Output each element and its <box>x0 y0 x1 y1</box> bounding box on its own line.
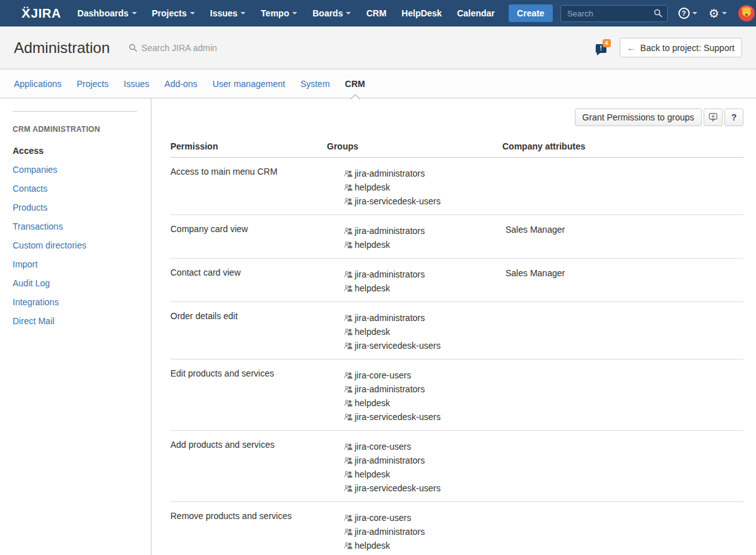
tab-projects[interactable]: Projects <box>69 69 117 98</box>
group-entry: jira-administrators <box>344 453 502 467</box>
help-menu[interactable]: ? <box>674 0 702 26</box>
tab-user-management[interactable]: User management <box>205 69 293 98</box>
feedback-bubble-plus-button[interactable] <box>704 108 723 126</box>
group-entry: jira-core-users <box>344 368 502 382</box>
company-attributes-cell <box>502 440 743 495</box>
notifications-icon[interactable]: ! 4 <box>596 41 611 55</box>
group-icon <box>344 442 353 451</box>
group-entry: helpdesk <box>344 467 502 481</box>
nav-item-helpdesk[interactable]: HelpDesk <box>394 0 449 26</box>
table-row: Order details editjira-administratorshel… <box>170 302 743 359</box>
table-row: Contact card viewjira-administratorshelp… <box>170 259 743 302</box>
admin-search-input[interactable] <box>141 43 293 53</box>
nav-item-calendar[interactable]: Calendar <box>449 0 502 26</box>
group-entry: jira-administrators <box>344 267 502 281</box>
company-attributes-cell <box>502 166 743 208</box>
tab-crm[interactable]: CRM <box>338 69 373 98</box>
avatar <box>738 5 755 21</box>
permission-name: Company card view <box>170 224 327 252</box>
nav-item-label: Projects <box>152 8 187 18</box>
permissions-table-body: Access to main menu CRMjira-administrato… <box>170 158 743 555</box>
search-icon <box>129 44 138 52</box>
table-row: Edit products and servicesjira-core-user… <box>170 359 743 431</box>
sidebar-item-direct-mail[interactable]: Direct Mail <box>0 312 151 330</box>
tab-applications[interactable]: Applications <box>6 69 69 98</box>
nav-item-label: Dashboards <box>78 8 129 18</box>
permission-name: Contact card view <box>170 267 327 295</box>
sidebar-item-products[interactable]: Products <box>0 198 151 217</box>
sidebar-item-access[interactable]: Access <box>0 141 151 160</box>
admin-search <box>129 43 596 53</box>
sidebar-item-custom-directories[interactable]: Custom directories <box>0 236 151 255</box>
group-name: jira-administrators <box>355 455 425 465</box>
group-icon <box>344 313 353 322</box>
tab-add-ons[interactable]: Add-ons <box>157 69 205 98</box>
group-entry: jira-servicedesk-users <box>344 552 502 555</box>
column-header-groups: Groups <box>327 141 502 151</box>
tab-issues[interactable]: Issues <box>116 69 157 98</box>
navbar-search-input[interactable] <box>560 5 668 22</box>
tab-system[interactable]: System <box>293 69 338 98</box>
permission-name: Add products and services <box>170 440 327 495</box>
sidebar-item-transactions[interactable]: Transactions <box>0 217 151 236</box>
group-entry: jira-administrators <box>344 166 502 180</box>
jira-logo-text: JIRA <box>31 6 61 21</box>
nav-item-label: HelpDesk <box>401 8 442 18</box>
company-attributes-cell <box>502 511 743 555</box>
nav-item-projects[interactable]: Projects <box>145 0 203 26</box>
help-button[interactable]: ? <box>724 108 743 126</box>
nav-item-label: Issues <box>210 8 238 18</box>
toolbar: Grant Permissions to groups ? <box>170 108 743 126</box>
create-button[interactable]: Create <box>509 4 553 22</box>
sidebar-item-contacts[interactable]: Contacts <box>0 179 151 198</box>
group-entry: helpdesk <box>344 281 502 295</box>
groups-cell: jira-core-usersjira-administratorshelpde… <box>327 440 502 495</box>
group-icon <box>344 270 353 279</box>
group-entry: jira-servicedesk-users <box>344 481 502 495</box>
permission-name: Order details edit <box>170 311 327 353</box>
sidebar-item-audit-log[interactable]: Audit Log <box>0 274 151 293</box>
group-icon <box>344 327 353 336</box>
group-name: jira-servicedesk-users <box>355 196 440 206</box>
nav-item-tempo[interactable]: Tempo <box>253 0 305 26</box>
sidebar-heading: CRM ADMINISTRATION <box>13 125 151 134</box>
group-entry: jira-administrators <box>344 525 502 539</box>
nav-item-boards[interactable]: Boards <box>305 0 358 26</box>
admin-header: Administration ! 4 ← Back to project: Su… <box>0 26 756 69</box>
speech-bubble-plus-icon <box>708 112 718 122</box>
group-entry: jira-servicedesk-users <box>344 410 502 424</box>
nav-item-label: Boards <box>312 8 343 18</box>
group-icon <box>344 385 353 394</box>
permissions-table: Permission Groups Company attributes Acc… <box>170 135 743 555</box>
nav-item-issues[interactable]: Issues <box>203 0 254 26</box>
notification-count-badge: 4 <box>603 39 611 47</box>
jira-logo[interactable]: Ẍ JIRA <box>21 6 61 21</box>
nav-item-dashboards[interactable]: Dashboards <box>70 0 145 26</box>
nav-item-label: Tempo <box>261 8 289 18</box>
group-name: helpdesk <box>355 398 390 408</box>
sidebar-item-integrations[interactable]: Integrations <box>0 293 151 312</box>
group-entry: helpdesk <box>344 238 502 252</box>
settings-menu[interactable]: ⚙ <box>704 0 731 26</box>
sidebar-item-companies[interactable]: Companies <box>0 160 151 179</box>
top-navbar: Ẍ JIRA DashboardsProjectsIssuesTempoBoar… <box>0 0 756 26</box>
back-to-project-button[interactable]: ← Back to project: Support <box>620 38 742 57</box>
company-attributes-cell: Sales Manager <box>502 224 743 252</box>
group-icon <box>344 169 353 178</box>
user-menu[interactable] <box>734 0 756 26</box>
table-row: Add products and servicesjira-core-users… <box>170 431 743 502</box>
group-entry: jira-administrators <box>344 311 502 325</box>
group-name: helpdesk <box>355 283 390 293</box>
group-entry: jira-core-users <box>344 440 502 453</box>
groups-cell: jira-administratorshelpdesk <box>327 267 502 295</box>
group-entry: jira-servicedesk-users <box>344 194 502 208</box>
group-icon <box>344 240 353 249</box>
admin-tab-bar: ApplicationsProjectsIssuesAdd-onsUser ma… <box>0 69 756 98</box>
group-name: jira-administrators <box>355 226 425 236</box>
group-icon <box>344 456 353 465</box>
nav-item-crm[interactable]: CRM <box>358 0 394 26</box>
grant-permissions-button[interactable]: Grant Permissions to groups <box>575 108 702 126</box>
sidebar-item-import[interactable]: Import <box>0 255 151 274</box>
group-icon <box>344 513 353 522</box>
group-name: helpdesk <box>355 182 390 192</box>
